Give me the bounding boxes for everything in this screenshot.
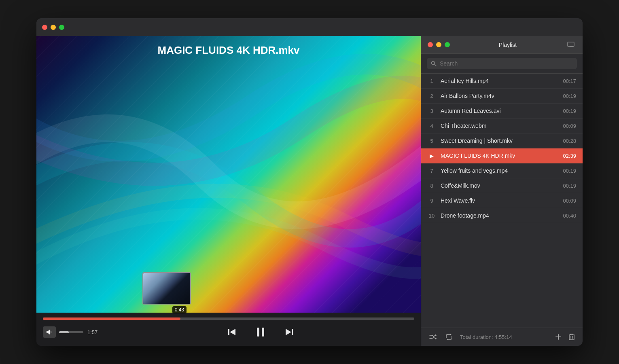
item-name: Aerial Icy Hills.mp4 [441, 78, 558, 84]
item-number: ▶ [428, 153, 436, 159]
item-name: MAGIC FLUIDS 4K HDR.mkv [441, 152, 558, 159]
svg-marker-11 [435, 337, 437, 340]
svg-rect-3 [257, 328, 259, 336]
close-button[interactable] [42, 25, 47, 30]
video-display[interactable]: MAGIC FLUIDS 4K HDR.mkv [36, 36, 421, 313]
playlist-panel: Playlist [421, 36, 583, 346]
seek-preview-image [143, 273, 190, 304]
playlist-maximize-button[interactable] [445, 42, 450, 47]
volume-area [43, 326, 83, 338]
svg-rect-4 [262, 328, 264, 336]
playlist-item[interactable]: 7Yellow fruits and vegs.mp400:19 [421, 163, 583, 178]
item-number: 7 [428, 168, 436, 174]
chat-icon [567, 42, 574, 48]
playlist-item[interactable]: 3Autumn Red Leaves.avi00:19 [421, 104, 583, 119]
item-duration: 00:28 [563, 138, 576, 144]
svg-marker-2 [230, 329, 235, 335]
playlist-item[interactable]: ▶MAGIC FLUIDS 4K HDR.mkv02:39 [421, 148, 583, 163]
traffic-lights [42, 25, 64, 30]
playlist-item[interactable]: 8Coffe&Milk.mov00:19 [421, 178, 583, 193]
item-name: Hexi Wave.flv [441, 197, 558, 204]
item-name: Drone footage.mp4 [441, 212, 558, 219]
search-bar [421, 54, 583, 74]
playlist-header-left [428, 42, 450, 47]
playlist-item[interactable]: 1Aerial Icy Hills.mp400:17 [421, 74, 583, 89]
add-button[interactable] [553, 332, 563, 342]
minimize-button[interactable] [51, 25, 56, 30]
delete-icon [569, 334, 574, 340]
playlist-item[interactable]: 2Air Ballons Party.m4v00:19 [421, 89, 583, 104]
main-content: MAGIC FLUIDS 4K HDR.mkv 0:43 [36, 36, 583, 346]
svg-rect-16 [569, 335, 574, 340]
controls-row: 1:57 [43, 323, 414, 341]
seek-bar[interactable] [43, 317, 414, 320]
item-name: Autumn Red Leaves.avi [441, 108, 558, 114]
playlist-close-button[interactable] [428, 42, 433, 47]
previous-button[interactable] [224, 324, 240, 340]
item-number: 1 [428, 78, 436, 84]
svg-marker-13 [447, 339, 448, 340]
item-name: Sweet Dreaming | Short.mkv [441, 138, 558, 144]
item-number: 5 [428, 138, 436, 144]
repeat-button[interactable] [444, 332, 454, 342]
item-duration: 00:19 [563, 93, 576, 99]
playlist-chat-button[interactable] [566, 40, 576, 50]
controls-center [107, 323, 414, 341]
video-overlay [36, 36, 421, 313]
volume-bar[interactable] [59, 331, 83, 333]
svg-marker-6 [286, 329, 291, 335]
volume-fill [59, 331, 69, 333]
svg-line-9 [435, 64, 436, 66]
progress-area: 0:43 [43, 317, 414, 320]
item-number: 9 [428, 198, 436, 204]
svg-marker-12 [450, 334, 452, 335]
playlist-item[interactable]: 4Chi Theater.webm00:09 [421, 119, 583, 133]
volume-button[interactable] [43, 326, 56, 338]
time-tooltip: 0:43 [172, 306, 187, 313]
pause-icon [254, 326, 267, 339]
maximize-button[interactable] [59, 25, 64, 30]
playlist-header: Playlist [421, 36, 583, 54]
item-duration: 00:17 [563, 78, 576, 84]
seek-preview-thumbnail [142, 272, 191, 305]
svg-point-8 [432, 61, 435, 65]
pause-button[interactable] [252, 323, 269, 341]
shuffle-button[interactable] [428, 332, 438, 342]
next-icon [283, 326, 295, 338]
item-duration: 00:19 [563, 108, 576, 114]
repeat-icon [445, 334, 453, 340]
search-icon [431, 61, 437, 66]
footer-right [553, 332, 576, 342]
playlist-footer: Total duration: 4:55:14 [421, 328, 583, 346]
playlist-list: 1Aerial Icy Hills.mp400:172Air Ballons P… [421, 74, 583, 328]
playlist-item[interactable]: 5Sweet Dreaming | Short.mkv00:28 [421, 133, 583, 148]
item-name: Chi Theater.webm [441, 123, 558, 129]
delete-button[interactable] [567, 332, 576, 342]
item-duration: 00:09 [563, 198, 576, 204]
video-area: MAGIC FLUIDS 4K HDR.mkv 0:43 [36, 36, 421, 346]
playlist-item[interactable]: 10Drone footage.mp400:40 [421, 208, 583, 223]
svg-rect-5 [292, 329, 293, 335]
item-number: 4 [428, 123, 436, 129]
item-name: Coffe&Milk.mov [441, 182, 558, 189]
item-number: 3 [428, 108, 436, 114]
item-duration: 00:19 [563, 183, 576, 189]
shuffle-icon [429, 334, 437, 340]
search-input[interactable] [440, 60, 573, 67]
next-button[interactable] [281, 324, 297, 340]
playlist-minimize-button[interactable] [436, 42, 441, 47]
playlist-item[interactable]: 9Hexi Wave.flv00:09 [421, 193, 583, 208]
item-name: Air Ballons Party.m4v [441, 93, 558, 99]
controls-bar: 0:43 [36, 313, 421, 346]
current-time: 1:57 [87, 329, 103, 335]
item-number: 8 [428, 183, 436, 189]
total-duration: Total duration: 4:55:14 [460, 334, 548, 340]
volume-icon [46, 329, 53, 335]
svg-marker-0 [47, 330, 50, 334]
item-duration: 02:39 [563, 153, 576, 159]
search-input-wrapper [427, 58, 577, 69]
item-name: Yellow fruits and vegs.mp4 [441, 167, 558, 174]
previous-icon [227, 326, 238, 338]
svg-rect-1 [228, 329, 229, 335]
add-icon [555, 334, 562, 340]
